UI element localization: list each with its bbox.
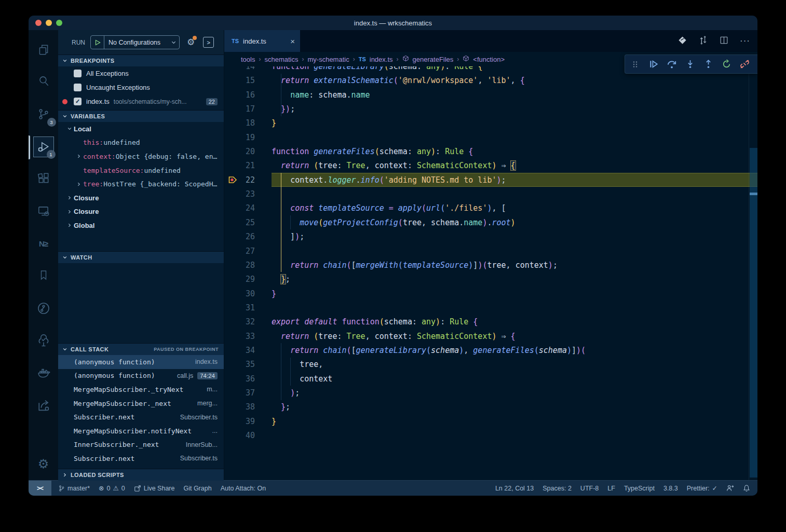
title-bar[interactable]: index.ts — wrkschematics [29, 16, 757, 30]
line-number[interactable]: 21 [224, 161, 255, 170]
watch-section-header[interactable]: WATCH [58, 251, 224, 263]
line-number[interactable]: 25 [224, 218, 255, 227]
line-number[interactable]: 30 [224, 289, 255, 298]
step-over-icon[interactable] [667, 59, 677, 70]
line-number[interactable]: 16 [224, 90, 255, 100]
breakpoint-checkbox[interactable] [74, 84, 82, 91]
current-instruction-pointer-icon[interactable] [228, 175, 239, 186]
line-number[interactable]: 18 [224, 118, 255, 128]
call-stack-frame[interactable]: Subscriber.nextSubscriber.ts [58, 410, 224, 424]
line-number[interactable]: 33 [224, 332, 255, 341]
breadcrumb-generateFiles[interactable]: generateFiles [413, 56, 454, 63]
problems-status[interactable]: ⊗ 0 ⚠ 0 [99, 484, 125, 492]
line-number[interactable]: 26 [224, 232, 255, 241]
minimize-window-button[interactable] [46, 20, 52, 26]
share-icon[interactable] [33, 395, 54, 416]
git-graph-status[interactable]: Git Graph [183, 485, 211, 492]
breakpoint-row[interactable]: Uncaught Exceptions [58, 80, 224, 94]
line-number[interactable]: 14 [224, 66, 255, 71]
code-line[interactable]: 40 [224, 428, 757, 442]
more-actions-icon[interactable]: ··· [740, 36, 750, 46]
vertical-scrollbar[interactable] [749, 66, 757, 480]
call-stack-section-header[interactable]: CALL STACK PAUSED ON BREAKPOINT [58, 343, 224, 355]
breadcrumb-tools[interactable]: tools [241, 56, 255, 63]
explorer-icon[interactable] [33, 39, 54, 60]
call-stack-frame[interactable]: MergeMapSubscriber._tryNextm... [58, 383, 224, 397]
breadcrumb-index-ts[interactable]: index.ts [370, 56, 393, 63]
call-stack-frame[interactable]: MergeMapSubscriber._nextmerg... [58, 397, 224, 411]
code-line[interactable]: 34 return chain([generateLibrary(schema)… [224, 343, 757, 357]
variable-scope-row[interactable]: Closure [58, 205, 224, 219]
code-line[interactable]: 20function generateFiles(schema: any): R… [224, 144, 757, 158]
live-share-contacts-icon[interactable] [726, 484, 734, 492]
variable-row[interactable]: context: Object {debug: false, en… [58, 149, 224, 163]
code-line[interactable]: 17 }); [224, 102, 757, 116]
drag-handle-icon[interactable] [630, 59, 641, 70]
extensions-icon[interactable] [33, 168, 54, 189]
line-number[interactable]: 23 [224, 189, 255, 199]
code-line[interactable]: 39} [224, 414, 757, 428]
line-number[interactable]: 28 [224, 261, 255, 270]
line-number[interactable]: 37 [224, 388, 255, 398]
line-number[interactable]: 35 [224, 360, 255, 369]
debug-console-icon[interactable]: > [203, 37, 214, 48]
code-line[interactable]: 21 return (tree: Tree, context: Schemati… [224, 159, 757, 173]
docker-icon[interactable] [33, 362, 54, 383]
call-stack-frame[interactable]: (anonymous function)call.js74:24 [58, 369, 224, 383]
code-editor[interactable]: 14function generateLibrary(schema: any):… [224, 66, 757, 480]
git-branch-status[interactable]: master* [58, 485, 90, 492]
breakpoint-row[interactable]: ✓index.tstools/schematics/my-sch...22 [58, 94, 224, 108]
code-line[interactable]: 36 context [224, 372, 757, 386]
line-number[interactable]: 39 [224, 417, 255, 426]
breakpoint-checkbox[interactable] [74, 70, 82, 77]
chevron-right-icon[interactable] [75, 154, 83, 159]
loaded-scripts-section-header[interactable]: LOADED SCRIPTS [58, 469, 224, 481]
source-control-icon[interactable]: 3 [33, 104, 54, 125]
line-number[interactable]: 40 [224, 431, 255, 440]
line-number[interactable]: 32 [224, 317, 255, 326]
code-line[interactable]: 35 tree, [224, 358, 757, 372]
line-number[interactable]: 29 [224, 275, 255, 284]
code-line[interactable]: 32export default function(schema: any): … [224, 315, 757, 329]
breakpoints-section-header[interactable]: BREAKPOINTS [58, 54, 224, 66]
step-into-icon[interactable] [685, 59, 695, 70]
encoding-status[interactable]: UTF-8 [580, 485, 599, 492]
line-number[interactable]: 19 [224, 133, 255, 142]
chevron-down-icon[interactable] [65, 126, 74, 131]
close-tab-icon[interactable]: × [290, 37, 295, 46]
code-line[interactable]: 16 name: schema.name [224, 88, 757, 102]
breakpoint-row[interactable]: All Exceptions [58, 66, 224, 80]
code-line[interactable]: 26 ]); [224, 230, 757, 244]
line-number[interactable]: 20 [224, 147, 255, 156]
open-changes-icon[interactable] [677, 35, 687, 47]
chevron-right-icon[interactable] [65, 223, 74, 228]
variable-scope-row[interactable]: Local [58, 122, 224, 136]
manage-gear-icon[interactable]: ⚙ [33, 454, 54, 474]
code-line[interactable]: 33 return (tree: Tree, context: Schemati… [224, 329, 757, 343]
run-and-debug-icon[interactable]: 1 [33, 137, 54, 157]
call-stack-frame[interactable]: (anonymous function)index.ts [58, 355, 224, 369]
variable-row[interactable]: tree: HostTree {_backend: ScopedH… [58, 177, 224, 191]
line-number[interactable]: 15 [224, 76, 255, 85]
code-line[interactable]: 19 [224, 130, 757, 144]
breadcrumb-function[interactable]: <function> [473, 56, 505, 63]
line-number[interactable]: 34 [224, 346, 255, 355]
tab-index-ts[interactable]: TS index.ts × [224, 30, 300, 52]
code-line[interactable]: 30} [224, 287, 757, 301]
remote-indicator[interactable]: >< [29, 481, 51, 496]
code-line[interactable]: 29 }; [224, 272, 757, 287]
code-line[interactable]: 28 return chain([mergeWith(templateSourc… [224, 258, 757, 272]
breakpoint-checkbox[interactable]: ✓ [74, 98, 82, 105]
code-line[interactable]: 15 return externalSchematic('@nrwl/works… [224, 74, 757, 88]
launch-configuration-dropdown[interactable]: No Configurations [90, 35, 180, 49]
call-stack-frame[interactable]: MergeMapSubscriber.notifyNext... [58, 424, 224, 438]
indentation-status[interactable]: Spaces: 2 [543, 485, 572, 492]
disconnect-icon[interactable] [739, 59, 750, 70]
live-share-status[interactable]: Live Share [134, 485, 175, 492]
line-number[interactable]: 27 [224, 247, 255, 256]
git-graph-icon[interactable] [33, 298, 54, 319]
chevron-right-icon[interactable] [65, 209, 74, 214]
zoom-window-button[interactable] [56, 20, 62, 26]
line-number[interactable]: 36 [224, 374, 255, 384]
language-mode-status[interactable]: TypeScript [624, 485, 655, 492]
